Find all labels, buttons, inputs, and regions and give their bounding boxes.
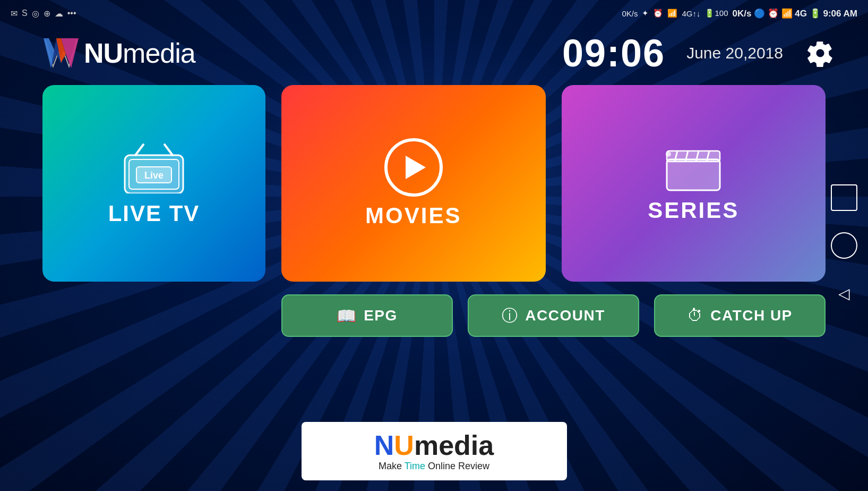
logo-media: media — [123, 38, 195, 69]
footer-tagline: Make Time Online Review — [379, 461, 489, 472]
logo-nu: NU — [84, 38, 123, 69]
epg-label: EPG — [364, 307, 398, 324]
svg-text:Live: Live — [144, 170, 164, 181]
bottom-row: 📖 EPG ⓘ ACCOUNT ⏱ CATCH UP — [281, 294, 826, 337]
mail-icon: ✉ — [11, 9, 18, 19]
tagline-time: Time — [405, 461, 425, 471]
alarm-icon: ⏰ — [653, 9, 663, 18]
catchup-button[interactable]: ⏱ CATCH UP — [654, 294, 826, 337]
status-bar-right: 0K/s ✦ ⏰ 📶 4G↑↓ 🔋100 0K/s 🔵 ⏰ 📶 4G 🔋 9:0… — [622, 8, 857, 19]
live-tv-icon: Live — [119, 140, 188, 196]
circle-button[interactable] — [831, 232, 857, 259]
main-content: Live LIVE TV MOVIES — [42, 85, 826, 337]
svg-rect-11 — [667, 159, 720, 190]
footer-watermark: NUmedia Make Time Online Review — [302, 422, 567, 480]
series-card[interactable]: SERIES — [562, 85, 826, 282]
cloud-icon: ☁ — [55, 9, 63, 19]
battery-icon: 🔋100 — [704, 9, 728, 18]
footer-logo: NUmedia — [374, 430, 494, 461]
svg-line-5 — [135, 145, 143, 155]
clock-status: 0K/s 🔵 ⏰ 📶 4G 🔋 9:06 AM — [733, 8, 857, 19]
nav-side: ◁ — [831, 184, 857, 307]
svg-point-17 — [666, 151, 671, 157]
gear-icon — [806, 39, 834, 67]
wifi-icon: 📶 — [667, 9, 677, 18]
svg-line-6 — [165, 145, 173, 155]
maps-icon: ◎ — [32, 9, 39, 19]
clapperboard-icon — [664, 143, 723, 191]
more-icon: ••• — [67, 9, 76, 18]
settings-button[interactable] — [804, 37, 836, 69]
chrome-icon: ⊕ — [44, 9, 50, 19]
tagline-rest: Online Review — [425, 461, 489, 471]
logo: NUmedia — [42, 32, 195, 74]
skype-icon: S — [22, 9, 28, 18]
live-tv-card[interactable]: Live LIVE TV — [42, 85, 265, 282]
live-tv-label: LIVE TV — [108, 201, 200, 226]
play-triangle — [406, 156, 426, 179]
tv-svg: Live — [119, 140, 188, 193]
play-icon — [384, 138, 443, 197]
clock-area: 09:06 June 20,2018 — [562, 31, 836, 75]
footer-nu-orange: U — [394, 430, 414, 461]
footer-media: media — [414, 430, 494, 461]
catchup-label: CATCH UP — [710, 307, 793, 324]
status-bar: ✉ S ◎ ⊕ ☁ ••• 0K/s ✦ ⏰ 📶 4G↑↓ 🔋100 0K/s … — [0, 0, 868, 27]
series-label: SERIES — [648, 198, 739, 223]
catchup-icon: ⏱ — [687, 307, 703, 325]
header: NUmedia 09:06 June 20,2018 — [0, 27, 868, 80]
epg-icon: 📖 — [337, 307, 356, 325]
account-label: ACCOUNT — [525, 307, 605, 324]
signal-icon: 4G↑↓ — [682, 9, 700, 18]
date-display: June 20,2018 — [686, 44, 783, 62]
status-bar-left: ✉ S ◎ ⊕ ☁ ••• — [11, 9, 76, 19]
footer-nu-blue: N — [374, 430, 394, 461]
account-button[interactable]: ⓘ ACCOUNT — [468, 294, 639, 337]
square-button[interactable] — [831, 184, 857, 211]
bluetooth-icon: ✦ — [642, 9, 649, 18]
info-icon: ⓘ — [502, 305, 518, 327]
logo-wing-icon — [42, 32, 80, 74]
movies-label: MOVIES — [365, 203, 461, 228]
back-button[interactable]: ◁ — [831, 280, 857, 307]
tagline-make: Make — [379, 461, 405, 471]
epg-button[interactable]: 📖 EPG — [281, 294, 453, 337]
movies-card[interactable]: MOVIES — [281, 85, 546, 282]
cards-row: Live LIVE TV MOVIES — [42, 85, 826, 282]
logo-text: NUmedia — [84, 37, 195, 69]
clock-display: 09:06 — [562, 31, 665, 75]
network-speed: 0K/s — [622, 9, 638, 18]
